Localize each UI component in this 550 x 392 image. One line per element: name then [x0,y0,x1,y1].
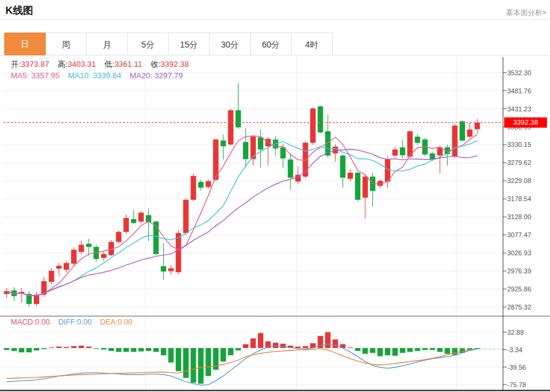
price-axis-label: 3026.93 [507,249,531,257]
low-value: 3361.11 [114,60,142,69]
low-label: 低: [104,60,114,69]
period-tabs: 日周月5分15分30分60分4时 [5,33,333,55]
tab-period-5[interactable]: 30分 [209,33,251,55]
diff-value: 0.00 [77,318,92,326]
ma-legend: MA5: 3357.95 MA10: 3339.84 MA20: 3297.79 [11,71,183,80]
tab-period-7[interactable]: 4时 [291,33,333,55]
price-axis-label: 3128.00 [507,213,531,220]
tab-period-6[interactable]: 60分 [250,33,292,55]
macd-label: MACD: [11,318,35,326]
macd-legend: MACD:0.00 DIFF:0.00 DEA:0.00 [11,318,133,326]
tab-period-1[interactable]: 周 [45,33,87,55]
price-axis-label: 3532.30 [507,69,531,76]
dea-label: DEA: [100,318,117,326]
ma5-label: MA5: [11,71,29,80]
price-axis-label: 3330.15 [507,141,531,148]
ma20-label: MA20: [130,71,152,80]
price-axis-label: 3431.23 [507,105,531,113]
price-axis-label: 3229.08 [507,177,531,184]
ma5-value: 3357.95 [31,71,60,80]
macd-value: 0.00 [35,318,49,326]
macd-axis-label: -3.34 [507,346,522,353]
dea-value: 0.00 [117,318,132,326]
price-axis-label: 2925.86 [507,285,531,293]
tab-period-4[interactable]: 15分 [168,33,210,55]
price-axis-label: 3077.47 [507,231,531,238]
macd-axis-label: -75.78 [507,381,526,388]
diff-label: DIFF: [58,318,77,326]
ohlc-legend: 开:3373.87 高:3403.31 低:3361.11 收:3392.38 [11,59,189,70]
macd-axis-label: 32.88 [507,329,524,336]
high-label: 高: [58,60,68,69]
close-value: 3392.38 [161,60,189,69]
open-value: 3373.87 [21,60,49,69]
tab-period-0[interactable]: 日 [4,33,46,55]
close-label: 收: [151,60,161,69]
price-axis-label: 3279.62 [507,159,531,166]
tab-period-3[interactable]: 5分 [127,33,169,55]
macd-axis-label: -39.56 [507,364,526,371]
open-label: 开: [11,60,21,69]
price-axis-label: 2976.39 [507,267,531,275]
ma10-label: MA10: [68,71,91,80]
ma10-value: 3339.84 [93,71,121,80]
current-price-tag: 3392.38 [504,117,547,128]
price-axis-label: 3178.54 [507,195,531,202]
price-axis-label: 3481.76 [507,87,531,95]
tab-period-2[interactable]: 月 [86,33,128,55]
price-axis-label: 2875.32 [507,303,531,311]
high-value: 3403.31 [67,60,96,69]
ma20-value: 3297.79 [154,71,183,80]
